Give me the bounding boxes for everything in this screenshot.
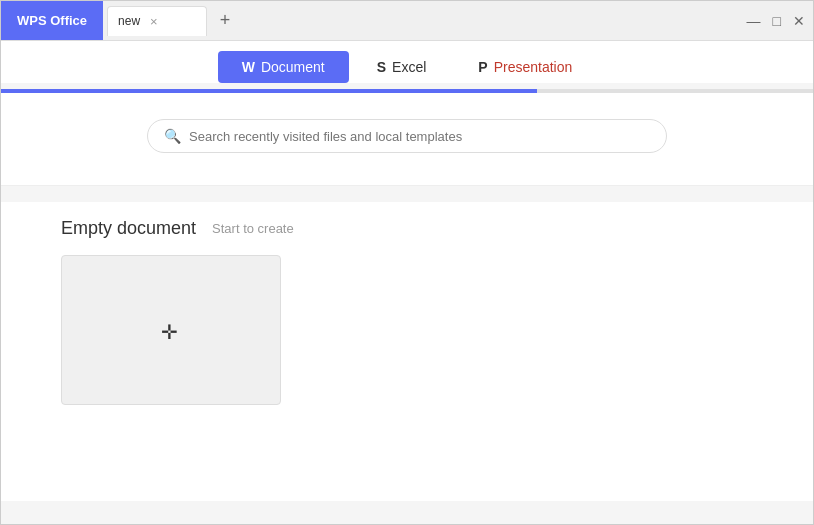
main-content: Empty document Start to create ✛ xyxy=(1,202,813,421)
section-header: Empty document Start to create xyxy=(61,218,753,239)
brand-logo: WPS Office xyxy=(1,1,103,40)
tab-excel[interactable]: S Excel xyxy=(353,51,451,83)
tab-area: new × + xyxy=(103,1,738,40)
empty-document-card[interactable]: ✛ xyxy=(61,255,281,405)
tab-presentation[interactable]: P Presentation xyxy=(454,51,596,83)
tab-close-button[interactable]: × xyxy=(150,14,158,29)
section-title: Empty document xyxy=(61,218,196,239)
bottom-area xyxy=(1,421,813,501)
excel-icon: S xyxy=(377,59,386,75)
nav-tabs: W Document S Excel P Presentation xyxy=(1,41,813,83)
document-icon: W xyxy=(242,59,255,75)
tab-label: new xyxy=(118,14,140,28)
start-create-link[interactable]: Start to create xyxy=(212,221,294,236)
search-container: 🔍 xyxy=(1,109,813,169)
tab-document[interactable]: W Document xyxy=(218,51,349,83)
title-bar: WPS Office new × + — □ ✕ xyxy=(1,1,813,41)
maximize-button[interactable]: □ xyxy=(773,14,781,28)
presentation-icon: P xyxy=(478,59,487,75)
tab-excel-label: Excel xyxy=(392,59,426,75)
divider xyxy=(1,185,813,186)
search-icon: 🔍 xyxy=(164,128,181,144)
minimize-button[interactable]: — xyxy=(747,14,761,28)
close-button[interactable]: ✕ xyxy=(793,14,805,28)
search-input[interactable] xyxy=(189,129,650,144)
cursor-icon: ✛ xyxy=(161,320,178,344)
active-tab[interactable]: new × xyxy=(107,6,207,36)
new-tab-button[interactable]: + xyxy=(211,7,239,35)
search-box[interactable]: 🔍 xyxy=(147,119,667,153)
tab-document-label: Document xyxy=(261,59,325,75)
content-area: 🔍 xyxy=(1,93,813,185)
tab-presentation-label: Presentation xyxy=(494,59,573,75)
window-controls: — □ ✕ xyxy=(739,1,813,40)
